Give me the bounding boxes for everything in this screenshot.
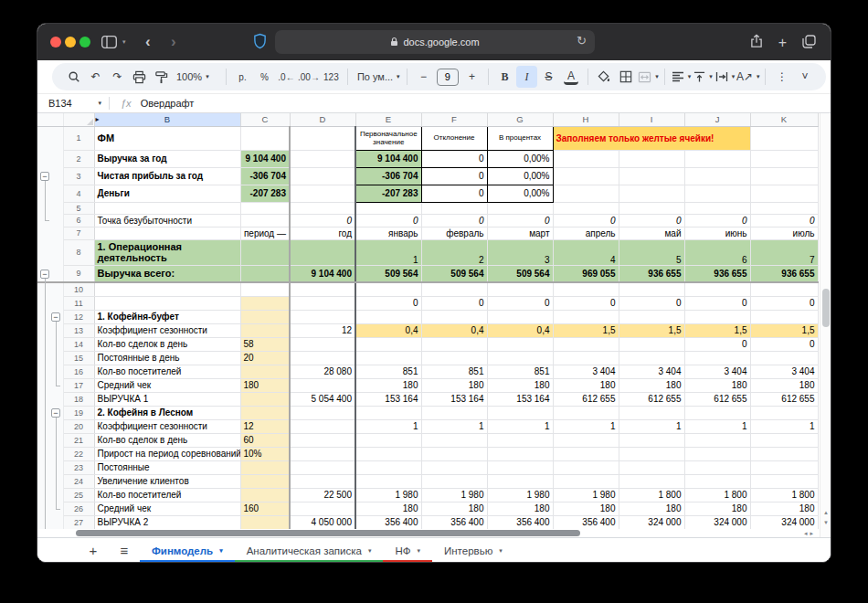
cell-K20[interactable]: 1 [750,419,818,433]
cell-K11[interactable]: 0 [750,296,818,310]
cell-C14[interactable]: 58 [240,337,290,351]
cell-H25[interactable]: 1 980 [553,488,619,502]
row-header-11[interactable]: 11 [63,296,94,310]
cell-H6[interactable]: 0 [553,214,619,227]
cell-G17[interactable]: 180 [487,378,553,392]
cell-H20[interactable]: 1 [553,419,619,433]
text-wrap-button[interactable]: ▾ [715,66,736,88]
cell-J15[interactable] [684,351,750,365]
row-header-1[interactable]: 1 [63,126,94,150]
cell-D25[interactable]: 22 500 [290,488,355,502]
cell-H4[interactable] [553,185,619,202]
new-tab-button[interactable]: + [778,36,787,50]
cell-E15[interactable] [355,351,421,365]
cell-C16[interactable] [240,365,290,378]
cell-D13[interactable]: 12 [290,323,355,337]
cell-G10[interactable] [487,282,553,296]
cell-E4[interactable]: -207 283 [355,185,421,202]
cell-D17[interactable] [290,378,355,392]
bold-button[interactable]: B [494,66,515,88]
scroll-down-button[interactable]: ▼ [820,518,831,528]
cell-K15[interactable] [750,351,818,365]
cell-F21[interactable] [421,433,487,447]
cell-J14[interactable]: 0 [684,337,750,351]
cell-I11[interactable]: 0 [619,296,684,310]
column-header-E[interactable]: E [355,113,421,126]
row-header-5[interactable]: 5 [63,202,94,214]
cell-K21[interactable] [750,433,818,447]
row-header-10[interactable]: 10 [63,282,94,296]
cell-I7[interactable]: май [619,227,684,239]
cell-G25[interactable]: 1 980 [487,488,553,502]
cell-B4[interactable]: Деньги [94,185,240,202]
cell-K1[interactable] [750,126,818,150]
cell-H3[interactable] [553,167,619,185]
italic-button[interactable]: I [516,66,537,88]
collapse-toolbar-button[interactable]: ˅ [794,66,815,88]
cell-G22[interactable] [487,447,553,460]
cell-D2[interactable] [290,150,355,167]
cell-G8[interactable]: 3 [487,239,553,265]
cell-C26[interactable]: 160 [240,502,290,515]
cell-G6[interactable]: 0 [487,214,553,227]
cell-B2[interactable]: Выручка за год [94,150,240,167]
cell-J13[interactable]: 1,5 [684,323,750,337]
cell-D24[interactable] [290,474,355,488]
close-window-button[interactable] [50,37,61,48]
cell-J4[interactable] [684,185,750,202]
cell-I3[interactable] [619,167,684,185]
cell-E3[interactable]: -306 704 [355,167,421,185]
cell-C2[interactable]: 9 104 400 [240,150,290,167]
cell-F1[interactable]: Отклонение [421,126,487,150]
row-header-22[interactable]: 22 [63,447,94,460]
cell-D8[interactable] [290,239,355,265]
row-header-12[interactable]: 12 [63,310,94,323]
cell-J8[interactable]: 6 [684,239,750,265]
cell-B19[interactable]: 2. Кофейня в Лесном [94,406,240,419]
redo-button[interactable]: ↷ [107,66,128,88]
cell-G12[interactable] [487,310,553,323]
cell-H2[interactable] [553,150,619,167]
cell-H8[interactable]: 4 [553,239,619,265]
cell-F7[interactable]: февраль [421,227,487,239]
cell-G15[interactable] [487,351,553,365]
cell-E21[interactable] [355,433,421,447]
cell-J9[interactable]: 936 655 [684,265,750,282]
row-header-24[interactable]: 24 [63,474,94,488]
cell-J26[interactable]: 180 [684,502,750,515]
cell-E27[interactable]: 356 400 [355,515,421,529]
cell-H24[interactable] [553,474,619,488]
cell-I18[interactable]: 612 655 [619,392,684,406]
cell-H9[interactable]: 969 055 [553,265,619,282]
cell-I27[interactable]: 324 000 [619,515,684,529]
cell-E2[interactable]: 9 104 400 [355,150,421,167]
cell-D12[interactable] [290,310,355,323]
paint-format-button[interactable] [151,66,172,88]
cell-E12[interactable] [355,310,421,323]
cell-C13[interactable] [240,323,290,337]
fill-color-button[interactable] [594,66,615,88]
cell-E7[interactable]: январь [355,227,421,239]
cell-B15[interactable]: Постоянные в день [94,351,240,365]
cell-H19[interactable] [553,406,619,419]
cell-J5[interactable] [684,202,750,214]
cell-J6[interactable]: 0 [684,214,750,227]
cell-G11[interactable]: 0 [487,296,553,310]
cell-K10[interactable] [750,282,818,296]
row-header-3[interactable]: 3 [63,167,94,185]
cell-F19[interactable] [421,406,487,419]
cell-C11[interactable] [240,296,290,310]
cell-C15[interactable]: 20 [240,351,290,365]
cell-G5[interactable] [487,202,553,214]
horizontal-align-button[interactable]: ▾ [671,66,692,88]
minimize-window-button[interactable] [65,37,76,48]
cell-K25[interactable]: 1 800 [750,488,818,502]
text-rotation-button[interactable]: A↗▾ [736,66,760,88]
cell-G2[interactable]: 0,00% [487,150,553,167]
cell-J19[interactable] [684,406,750,419]
cell-E14[interactable] [355,337,421,351]
cell-I8[interactable]: 5 [619,239,684,265]
cell-E11[interactable]: 0 [355,296,421,310]
cell-F4[interactable]: 0 [421,185,487,202]
cell-H7[interactable]: апрель [553,227,619,239]
